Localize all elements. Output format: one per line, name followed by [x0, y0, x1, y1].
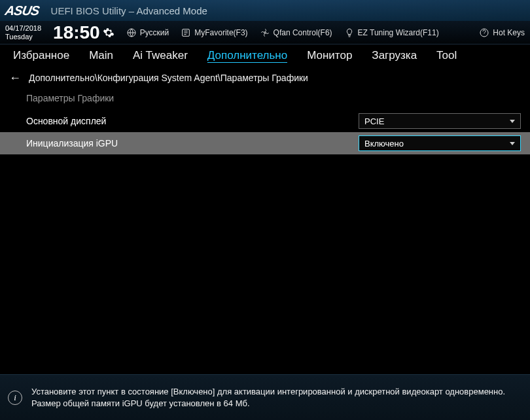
setting-label: Инициализация iGPU: [26, 138, 359, 149]
section-heading: Параметры Графики: [0, 89, 530, 110]
gear-icon[interactable]: [103, 27, 115, 39]
tab-monitor[interactable]: Монитор: [307, 49, 352, 62]
content-area: Параметры Графики Основной дисплей PCIE …: [0, 89, 530, 154]
ezwizard-button[interactable]: EZ Tuning Wizard(F11): [344, 27, 439, 38]
help-line-1: Установите этот пункт в состояние [Включ…: [31, 386, 505, 398]
myfavorite-label: MyFavorite(F3): [194, 28, 247, 37]
date-text: 04/17/2018: [5, 24, 41, 32]
qfan-button[interactable]: Qfan Control(F6): [260, 27, 332, 38]
day-text: Tuesday: [5, 33, 41, 41]
hotkeys-button[interactable]: Hot Keys: [479, 27, 525, 38]
time-text: 18:50: [53, 22, 100, 43]
globe-icon: [126, 27, 137, 38]
dropdown-value: PCIE: [364, 116, 384, 126]
favorite-icon: [181, 27, 191, 38]
help-icon: [479, 27, 489, 38]
tab-tool[interactable]: Tool: [436, 49, 457, 62]
tab-main[interactable]: Main: [89, 49, 113, 62]
help-text: Установите этот пункт в состояние [Включ…: [31, 386, 505, 409]
fan-icon: [260, 27, 270, 38]
time-block: 18:50: [53, 22, 115, 43]
meta-bar: 04/17/2018 Tuesday 18:50 Русский MyFavor…: [0, 21, 530, 44]
title-bar: ASUS UEFI BIOS Utility – Advanced Mode: [0, 0, 530, 21]
tab-advanced[interactable]: Дополнительно: [207, 49, 287, 63]
language-label: Русский: [140, 28, 169, 37]
setting-row-primary-display[interactable]: Основной дисплей PCIE: [0, 110, 530, 132]
chevron-down-icon: [510, 142, 515, 145]
tab-favorites[interactable]: Избранное: [13, 49, 69, 62]
app-title: UEFI BIOS Utility – Advanced Mode: [51, 5, 207, 16]
chevron-down-icon: [510, 120, 515, 123]
svg-point-2: [264, 31, 266, 33]
language-selector[interactable]: Русский: [126, 27, 169, 38]
tab-bar: Избранное Main Ai Tweaker Дополнительно …: [0, 44, 530, 67]
info-icon: i: [8, 391, 22, 405]
igpu-init-dropdown[interactable]: Включено: [359, 135, 521, 151]
bulb-icon: [344, 27, 355, 38]
myfavorite-button[interactable]: MyFavorite(F3): [181, 27, 247, 38]
hotkeys-label: Hot Keys: [493, 28, 525, 37]
brand-logo: ASUS: [4, 3, 41, 18]
tab-aitweaker[interactable]: Ai Tweaker: [133, 49, 188, 62]
setting-label: Основной дисплей: [26, 116, 359, 126]
primary-display-dropdown[interactable]: PCIE: [359, 113, 521, 129]
tab-boot[interactable]: Загрузка: [372, 49, 417, 62]
setting-row-igpu-init[interactable]: Инициализация iGPU Включено: [0, 132, 530, 154]
back-arrow-icon[interactable]: ←: [9, 71, 21, 85]
qfan-label: Qfan Control(F6): [274, 28, 332, 37]
date-block: 04/17/2018 Tuesday: [5, 24, 41, 40]
help-footer: i Установите этот пункт в состояние [Вкл…: [0, 374, 530, 420]
ezwizard-label: EZ Tuning Wizard(F11): [358, 28, 439, 37]
help-line-2: Размер общей памяти iGPU будет установле…: [31, 398, 505, 410]
breadcrumb: Дополнительно\Конфигурация System Agent\…: [29, 73, 308, 83]
dropdown-value: Включено: [364, 139, 404, 149]
breadcrumb-row: ← Дополнительно\Конфигурация System Agen…: [0, 67, 530, 89]
